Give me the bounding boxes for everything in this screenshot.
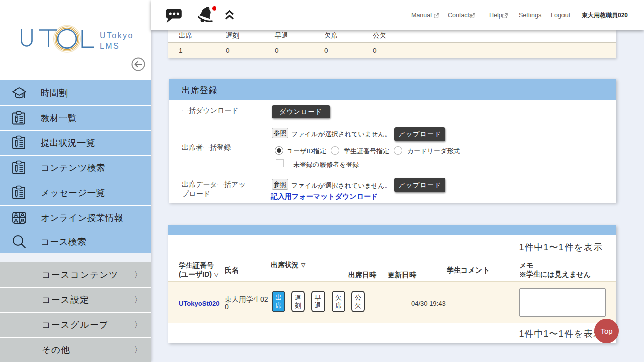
svg-text:UTokyo: UTokyo	[100, 31, 134, 40]
svg-text:LMS: LMS	[100, 42, 120, 50]
